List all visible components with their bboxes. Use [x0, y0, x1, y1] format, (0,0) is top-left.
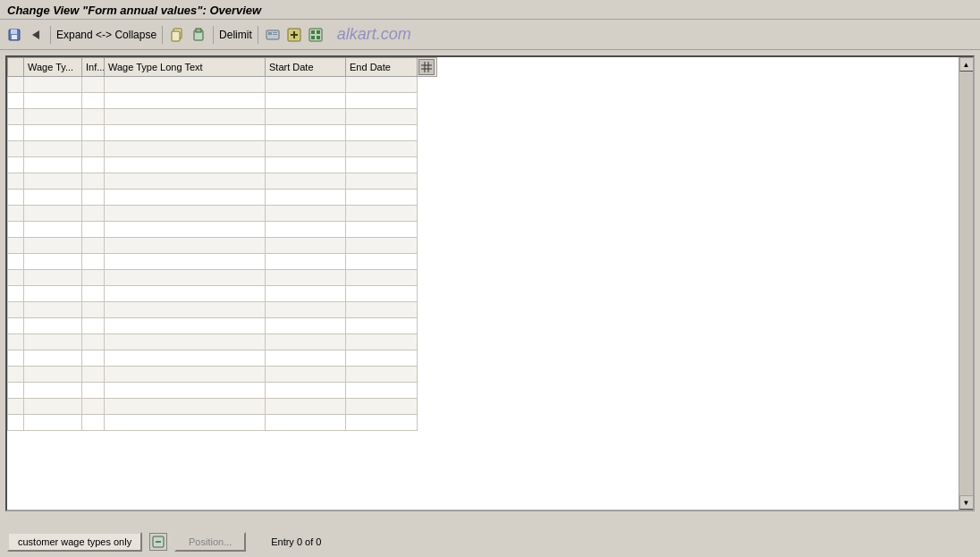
back-icon[interactable]	[27, 26, 45, 44]
svg-rect-10	[273, 32, 277, 33]
svg-rect-1	[11, 30, 17, 34]
table-row[interactable]	[8, 270, 437, 286]
row-enddate-cell	[346, 302, 418, 318]
table-row[interactable]	[8, 286, 437, 302]
row-inf-cell	[82, 93, 105, 109]
row-longtext-cell	[105, 141, 266, 157]
row-longtext-cell	[105, 383, 266, 399]
window-title: Change View "Form annual values": Overvi…	[7, 4, 261, 17]
tool1-icon[interactable]	[264, 26, 282, 44]
table-row[interactable]	[8, 399, 437, 415]
row-wagety-cell	[24, 238, 82, 254]
table-row[interactable]	[8, 173, 437, 190]
row-wagety-cell	[24, 350, 82, 367]
table-row[interactable]	[8, 206, 437, 222]
row-wagety-cell	[24, 286, 82, 302]
row-select-cell[interactable]	[8, 415, 24, 431]
scroll-left-btn[interactable]: ◄	[7, 511, 21, 512]
table-row[interactable]	[8, 238, 437, 254]
row-select-cell[interactable]	[8, 77, 24, 93]
copy-icon[interactable]	[168, 26, 186, 44]
table-row[interactable]	[8, 383, 437, 399]
row-select-cell[interactable]	[8, 350, 24, 367]
row-select-cell[interactable]	[8, 190, 24, 206]
row-inf-cell	[82, 206, 105, 222]
table-row[interactable]	[8, 367, 437, 383]
delimit-btn[interactable]: Delimit	[219, 29, 252, 41]
vertical-scrollbar[interactable]: ▲ ▼	[959, 57, 973, 510]
row-wagety-cell	[24, 141, 82, 157]
row-longtext-cell	[105, 334, 266, 350]
table-row[interactable]	[8, 302, 437, 318]
save-icon[interactable]	[5, 26, 23, 44]
scroll-track[interactable]	[959, 72, 974, 495]
row-select-cell[interactable]	[8, 238, 24, 254]
table-row[interactable]	[8, 157, 437, 173]
col-header-longtext[interactable]: Wage Type Long Text	[105, 58, 266, 77]
row-startdate-cell	[266, 350, 346, 367]
row-select-cell[interactable]	[8, 157, 24, 173]
scroll-up-btn[interactable]: ▲	[959, 57, 974, 72]
row-longtext-cell	[105, 415, 266, 431]
table-row[interactable]	[8, 93, 437, 109]
row-select-cell[interactable]	[8, 318, 24, 334]
h-scroll-track[interactable]	[21, 511, 959, 512]
row-startdate-cell	[266, 367, 346, 383]
row-wagety-cell	[24, 270, 82, 286]
svg-rect-18	[311, 36, 315, 39]
table-row[interactable]	[8, 415, 437, 431]
row-select-cell[interactable]	[8, 125, 24, 141]
row-select-cell[interactable]	[8, 383, 24, 399]
row-select-cell[interactable]	[8, 302, 24, 318]
row-select-cell[interactable]	[8, 93, 24, 109]
row-wagety-cell	[24, 415, 82, 431]
tool2-icon[interactable]	[285, 26, 303, 44]
table-row[interactable]	[8, 125, 437, 141]
row-inf-cell	[82, 109, 105, 125]
row-startdate-cell	[266, 109, 346, 125]
row-select-cell[interactable]	[8, 254, 24, 270]
row-longtext-cell	[105, 157, 266, 173]
row-select-cell[interactable]	[8, 222, 24, 238]
row-enddate-cell	[346, 238, 418, 254]
row-select-cell[interactable]	[8, 109, 24, 125]
toolbar-sep-2	[162, 26, 163, 44]
customer-wage-types-btn[interactable]: customer wage types only	[7, 532, 142, 552]
table-row[interactable]	[8, 141, 437, 157]
table-row[interactable]	[8, 254, 437, 270]
horizontal-scrollbar[interactable]: ◄ ►	[7, 510, 973, 511]
row-startdate-cell	[266, 222, 346, 238]
row-select-cell[interactable]	[8, 206, 24, 222]
scroll-down-btn[interactable]: ▼	[959, 495, 974, 510]
row-inf-cell	[82, 318, 105, 334]
col-header-startdate[interactable]: Start Date	[266, 58, 346, 77]
scroll-right-btn[interactable]: ►	[959, 511, 973, 512]
table-row[interactable]	[8, 318, 437, 334]
row-startdate-cell	[266, 270, 346, 286]
row-select-cell[interactable]	[8, 367, 24, 383]
col-header-enddate[interactable]: End Date	[346, 58, 418, 77]
row-enddate-cell	[346, 286, 418, 302]
table-row[interactable]	[8, 334, 437, 350]
tool3-icon[interactable]	[307, 26, 325, 44]
row-select-cell[interactable]	[8, 334, 24, 350]
expand-collapse-btn[interactable]: Expand <-> Collapse	[56, 29, 156, 41]
col-header-wagety[interactable]: Wage Ty...	[24, 58, 82, 77]
row-select-cell[interactable]	[8, 270, 24, 286]
row-startdate-cell	[266, 141, 346, 157]
table-row[interactable]	[8, 190, 437, 206]
paste-icon[interactable]	[190, 26, 207, 44]
row-select-cell[interactable]	[8, 399, 24, 415]
table-row[interactable]	[8, 222, 437, 238]
table-row[interactable]	[8, 77, 437, 93]
row-select-cell[interactable]	[8, 286, 24, 302]
row-select-cell[interactable]	[8, 141, 24, 157]
position-btn[interactable]: Position...	[174, 532, 246, 552]
table-row[interactable]	[8, 350, 437, 367]
col-header-inf[interactable]: Inf...	[82, 58, 105, 77]
svg-rect-5	[172, 31, 180, 41]
col-header-grid-icon[interactable]	[418, 58, 437, 77]
table-row[interactable]	[8, 109, 437, 125]
row-select-cell[interactable]	[8, 173, 24, 190]
row-wagety-cell	[24, 173, 82, 190]
